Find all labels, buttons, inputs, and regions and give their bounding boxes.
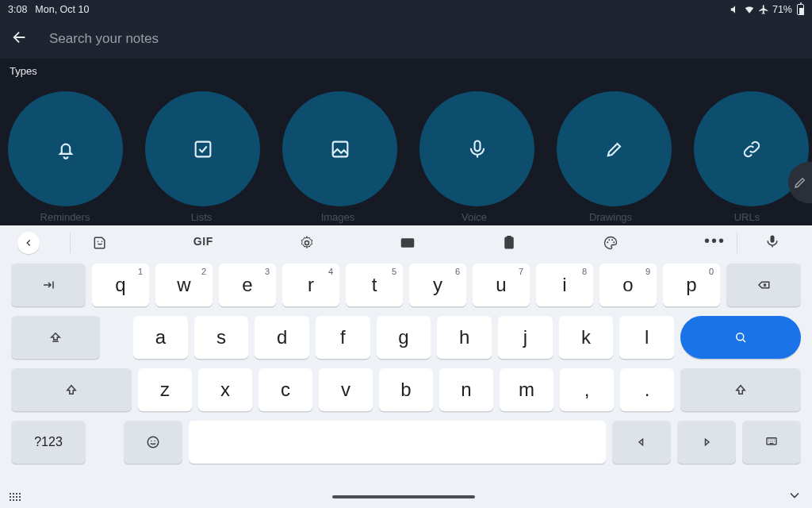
battery-icon — [797, 4, 804, 15]
types-row — [0, 91, 812, 206]
svg-point-3 — [98, 241, 99, 243]
key-t[interactable]: t5 — [346, 264, 403, 306]
svg-point-12 — [613, 241, 615, 243]
key-w[interactable]: w2 — [155, 264, 213, 306]
kb-collapse-button[interactable] — [17, 232, 40, 254]
clipboard-icon[interactable] — [501, 235, 517, 251]
key-h[interactable]: h — [437, 316, 492, 359]
link-icon — [741, 138, 763, 160]
svg-point-9 — [607, 241, 608, 243]
key-b[interactable]: b — [379, 368, 433, 411]
key-y[interactable]: y6 — [409, 264, 466, 306]
key-c[interactable]: c — [259, 368, 312, 411]
key-f[interactable]: f — [316, 316, 370, 359]
svg-point-16 — [151, 441, 152, 442]
arrow-left-key[interactable] — [612, 421, 671, 464]
key-s[interactable]: s — [194, 316, 249, 359]
keyboard-grid-icon[interactable] — [10, 493, 21, 501]
svg-point-15 — [147, 437, 159, 448]
chip-label: Drawings — [553, 211, 668, 223]
status-date: Mon, Oct 10 — [35, 4, 89, 15]
voice-input-icon[interactable] — [764, 233, 780, 252]
type-chip-images[interactable] — [282, 91, 397, 206]
airplane-icon — [758, 4, 769, 15]
shift-key-left[interactable] — [11, 368, 132, 411]
svg-rect-1 — [332, 141, 347, 156]
chevron-left-icon — [23, 237, 34, 248]
status-time: 3:08 — [8, 4, 27, 15]
status-bar: 3:08 Mon, Oct 10 71% — [0, 0, 812, 19]
key-m[interactable]: m — [500, 368, 553, 411]
types-section: Types — [0, 59, 812, 225]
svg-point-5 — [304, 241, 308, 245]
key-n[interactable]: n — [439, 368, 493, 411]
key-a[interactable]: a — [133, 316, 188, 359]
key-v[interactable]: v — [319, 368, 373, 411]
key-u[interactable]: u7 — [473, 264, 530, 306]
svg-rect-2 — [474, 140, 480, 151]
kb-row-4: ?123 — [11, 421, 801, 464]
gesture-pill[interactable] — [332, 495, 475, 498]
key-r[interactable]: r4 — [282, 264, 339, 306]
key-period[interactable]: . — [620, 368, 674, 411]
svg-point-4 — [102, 241, 103, 243]
symbols-key[interactable]: ?123 — [11, 421, 86, 464]
shift-key-right[interactable] — [680, 368, 801, 411]
key-j[interactable]: j — [498, 316, 553, 359]
type-chip-lists[interactable] — [145, 91, 260, 206]
bell-icon — [55, 138, 77, 160]
key-q[interactable]: q1 — [92, 264, 149, 306]
mic-icon — [466, 138, 488, 160]
back-icon[interactable] — [11, 29, 29, 49]
kb-row-2: a s d f g h j k l — [11, 316, 801, 359]
svg-rect-0 — [195, 141, 210, 156]
key-i[interactable]: i8 — [536, 264, 593, 306]
kb-row-3: z x c v b n m , . — [11, 368, 801, 411]
palette-icon[interactable] — [603, 235, 619, 251]
key-p[interactable]: p0 — [663, 264, 720, 306]
key-k[interactable]: k — [559, 316, 614, 359]
hide-keyboard-key[interactable] — [742, 421, 801, 464]
tab-key[interactable] — [11, 264, 86, 306]
chip-label: Voice — [417, 211, 531, 223]
sticker-icon[interactable] — [92, 235, 108, 251]
dismiss-keyboard-icon[interactable] — [787, 487, 802, 506]
keyboard-layout-icon[interactable] — [400, 235, 416, 251]
key-g[interactable]: g — [377, 316, 431, 359]
search-bar — [0, 19, 812, 59]
svg-point-14 — [737, 333, 744, 341]
caps-key[interactable] — [11, 316, 100, 359]
svg-point-10 — [608, 239, 610, 241]
search-input[interactable] — [48, 30, 801, 48]
key-z[interactable]: z — [138, 368, 192, 411]
svg-point-11 — [611, 239, 613, 241]
type-chip-voice[interactable] — [419, 91, 534, 206]
more-icon[interactable]: ••• — [704, 235, 720, 251]
key-comma[interactable]: , — [560, 368, 614, 411]
emoji-key[interactable] — [124, 421, 182, 464]
arrow-right-key[interactable] — [677, 421, 736, 464]
search-key[interactable] — [680, 316, 801, 359]
settings-icon[interactable] — [299, 235, 315, 251]
space-key[interactable] — [189, 421, 606, 464]
nav-bar — [0, 486, 812, 508]
key-d[interactable]: d — [255, 316, 309, 359]
key-e[interactable]: e3 — [219, 264, 276, 306]
chip-label: URLs — [690, 211, 804, 223]
key-x[interactable]: x — [198, 368, 252, 411]
kb-row-1: q1 w2 e3 r4 t5 y6 u7 i8 o9 p0 — [11, 264, 801, 306]
svg-rect-13 — [771, 236, 775, 243]
checkbox-icon — [192, 138, 214, 160]
types-label: Types — [0, 65, 812, 77]
svg-point-17 — [155, 441, 156, 442]
svg-rect-8 — [508, 237, 511, 239]
kb-toolbar: GIF ••• — [0, 225, 812, 260]
chip-label: Reminders — [8, 211, 122, 223]
backspace-key[interactable] — [726, 264, 801, 306]
gif-button[interactable]: GIF — [193, 235, 213, 251]
type-chip-reminders[interactable] — [8, 91, 123, 206]
brush-icon — [603, 138, 626, 160]
type-chip-drawings[interactable] — [557, 91, 672, 206]
key-o[interactable]: o9 — [599, 264, 657, 306]
key-l[interactable]: l — [619, 316, 674, 359]
